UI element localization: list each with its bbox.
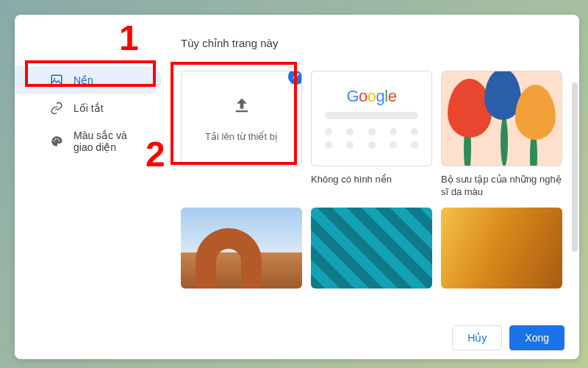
shortcut-dots-row [322,141,421,149]
link-icon [50,102,63,115]
check-icon: ✓ [287,71,302,86]
google-logo-icon: Google [322,87,421,106]
google-preview: Google [312,75,431,162]
customize-dialog: Nền Lối tắt Màu sắc và giao diện Tùy chỉ… [15,15,579,359]
dialog-title: Tùy chỉnh trang này [175,37,570,50]
tile-image-gold-texture[interactable] [441,208,562,289]
dialog-footer: Hủy Xong [15,316,579,359]
image-frame-icon [50,74,63,87]
svg-point-1 [54,78,55,79]
tile-collection-gold [441,208,562,289]
tile-no-background: Google Không có hình nền [311,71,432,199]
tile-collection-arch [181,208,302,289]
main-panel: Tùy chỉnh trang này ✓ Tải lên từ thiết b… [169,15,579,316]
palette-icon [50,135,63,148]
sidebar-item-label: Nền [74,74,93,86]
tile-no-background-card[interactable]: Google [311,71,432,166]
sidebar-item-shortcuts[interactable]: Lối tắt [15,94,162,122]
tile-no-background-caption: Không có hình nền [311,174,432,186]
svg-rect-6 [235,110,247,112]
svg-point-2 [54,140,55,141]
upload-inner: Tải lên từ thiết bị [205,95,278,142]
cancel-button[interactable]: Hủy [452,325,502,350]
svg-rect-0 [51,75,62,85]
background-grid: ✓ Tải lên từ thiết bị Google [175,71,570,289]
sidebar: Nền Lối tắt Màu sắc và giao diện [15,15,169,316]
scrollbar[interactable] [572,82,578,252]
sidebar-item-background[interactable]: Nền [15,66,162,94]
tile-collection-teal [311,208,432,289]
done-button[interactable]: Xong [509,325,564,350]
tile-artists-card[interactable] [441,71,562,166]
tile-image-teal-pattern[interactable] [311,208,432,289]
svg-point-5 [58,140,60,141]
tile-image-arch[interactable] [181,208,302,289]
tile-upload: ✓ Tải lên từ thiết bị [181,71,302,199]
search-bar-placeholder-icon [325,112,418,119]
sidebar-item-label: Lối tắt [74,102,104,114]
upload-arrow-icon [205,95,278,121]
dialog-body: Nền Lối tắt Màu sắc và giao diện Tùy chỉ… [15,15,579,316]
artwork-flowers-icon [442,71,562,166]
svg-point-3 [55,138,57,140]
tile-artists-collection: Bộ sưu tập của những nghệ sĩ da màu [441,71,562,199]
upload-label: Tải lên từ thiết bị [205,131,278,142]
tile-upload-caption [181,174,302,185]
tile-upload-card[interactable]: ✓ Tải lên từ thiết bị [181,71,302,166]
sidebar-item-theme[interactable]: Màu sắc và giao diện [15,122,162,160]
shortcut-dots-row [322,128,421,135]
sidebar-item-label: Màu sắc và giao diện [74,130,148,153]
svg-point-4 [57,138,59,140]
tile-artists-caption: Bộ sưu tập của những nghệ sĩ da màu [441,174,562,199]
